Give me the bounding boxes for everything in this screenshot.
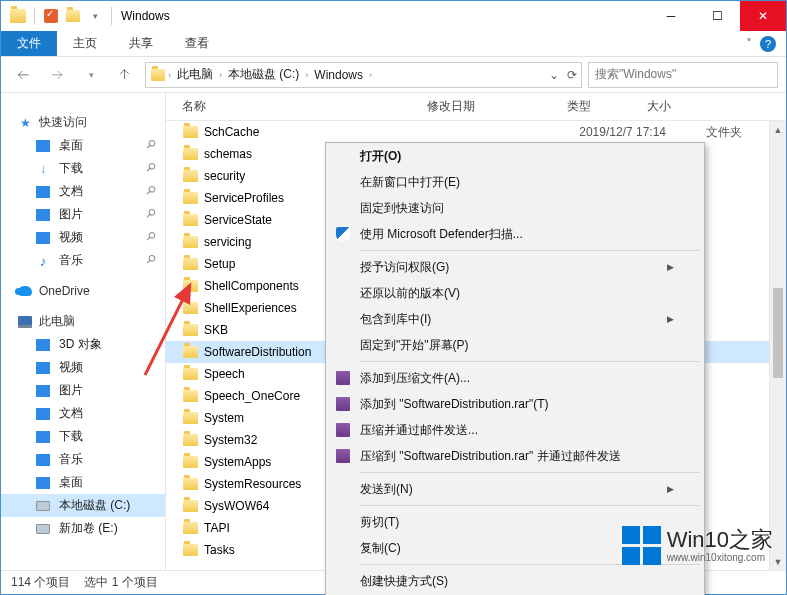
chevron-right-icon: ▶	[667, 484, 674, 494]
onedrive-icon	[17, 283, 33, 299]
sidebar-item[interactable]: 桌面 ⚲	[1, 134, 165, 157]
chevron-right-icon[interactable]: ›	[219, 70, 222, 80]
properties-icon[interactable]	[42, 7, 60, 25]
folder-icon	[182, 190, 198, 206]
selection-count: 选中 1 个项目	[84, 574, 157, 591]
search-input[interactable]: 搜索"Windows"	[588, 62, 778, 88]
menu-item[interactable]: 压缩并通过邮件发送...	[326, 417, 704, 443]
this-pc-header[interactable]: 此电脑	[1, 310, 165, 333]
menu-item[interactable]: 固定到快速访问	[326, 195, 704, 221]
menu-item[interactable]: 还原以前的版本(V)	[326, 280, 704, 306]
chevron-right-icon: ▶	[667, 262, 674, 272]
pic-icon	[35, 207, 51, 223]
tab-home[interactable]: 主页	[57, 31, 113, 56]
minimize-button[interactable]: ─	[648, 1, 694, 31]
col-type[interactable]: 类型	[567, 98, 647, 115]
sidebar-item[interactable]: 音乐	[1, 448, 165, 471]
ribbon-tabs: 文件 主页 共享 查看 ˅ ?	[1, 31, 786, 57]
scroll-thumb[interactable]	[773, 288, 783, 378]
folder-icon	[182, 542, 198, 558]
sidebar-item[interactable]: 视频	[1, 356, 165, 379]
tab-file[interactable]: 文件	[1, 31, 57, 56]
breadcrumb-drive[interactable]: 本地磁盘 (C:)	[224, 64, 303, 85]
menu-item[interactable]: 授予访问权限(G) ▶	[326, 254, 704, 280]
close-button[interactable]: ✕	[740, 1, 786, 31]
doc-icon	[35, 184, 51, 200]
menu-item[interactable]: 固定到"开始"屏幕(P)	[326, 332, 704, 358]
breadcrumb-pc[interactable]: 此电脑	[173, 64, 217, 85]
folder-icon	[35, 383, 51, 399]
item-count: 114 个项目	[11, 574, 70, 591]
menu-item[interactable]: 创建快捷方式(S)	[326, 568, 704, 594]
col-name[interactable]: 名称	[182, 98, 427, 115]
sidebar-item[interactable]: 本地磁盘 (C:)	[1, 494, 165, 517]
up-button[interactable]: 🡡	[111, 61, 139, 89]
menu-separator	[360, 472, 700, 473]
tab-view[interactable]: 查看	[169, 31, 225, 56]
back-button[interactable]: 🡠	[9, 61, 37, 89]
sidebar-item[interactable]: 图片 ⚲	[1, 203, 165, 226]
chevron-right-icon[interactable]: ›	[305, 70, 308, 80]
folder-icon	[182, 278, 198, 294]
desktop-icon	[35, 138, 51, 154]
onedrive-item[interactable]: OneDrive	[1, 280, 165, 302]
quick-access-toolbar: ▾	[1, 7, 115, 25]
address-bar[interactable]: › 此电脑 › 本地磁盘 (C:) › Windows › ⌄ ⟳	[145, 62, 582, 88]
menu-item[interactable]: 包含到库中(I) ▶	[326, 306, 704, 332]
sidebar-item[interactable]: 视频 ⚲	[1, 226, 165, 249]
chevron-right-icon[interactable]: ›	[168, 70, 171, 80]
folder-icon	[182, 234, 198, 250]
file-row[interactable]: SchCache2019/12/7 17:14文件夹	[166, 121, 786, 143]
menu-item[interactable]: 打开(O)	[326, 143, 704, 169]
qat-item-icon[interactable]	[64, 7, 82, 25]
folder-icon	[35, 429, 51, 445]
pin-icon: ⚲	[143, 135, 164, 156]
sidebar-item[interactable]: 文档 ⚲	[1, 180, 165, 203]
breadcrumb-folder[interactable]: Windows	[310, 66, 367, 84]
recent-dropdown[interactable]: ▾	[77, 61, 105, 89]
star-icon: ★	[17, 115, 33, 131]
search-placeholder: 搜索"Windows"	[595, 66, 676, 83]
folder-icon	[35, 337, 51, 353]
refresh-icon[interactable]: ⟳	[567, 68, 577, 82]
menu-item[interactable]: 添加到 "SoftwareDistribution.rar"(T)	[326, 391, 704, 417]
sidebar-item[interactable]: 下载	[1, 425, 165, 448]
chevron-right-icon[interactable]: ›	[369, 70, 372, 80]
sidebar-item[interactable]: 文档	[1, 402, 165, 425]
col-size[interactable]: 大小	[647, 98, 671, 115]
sidebar-item[interactable]: 桌面	[1, 471, 165, 494]
menu-item[interactable]: 发送到(N) ▶	[326, 476, 704, 502]
window-title: Windows	[121, 9, 170, 23]
menu-item[interactable]: 添加到压缩文件(A)...	[326, 365, 704, 391]
menu-item[interactable]: 在新窗口中打开(E)	[326, 169, 704, 195]
sidebar-item[interactable]: 新加卷 (E:)	[1, 517, 165, 540]
forward-button: 🡢	[43, 61, 71, 89]
ribbon-expand-icon[interactable]: ˅	[746, 37, 752, 51]
quick-access-header[interactable]: ★ 快速访问	[1, 111, 165, 134]
folder-icon	[35, 360, 51, 376]
sidebar-item[interactable]: 图片	[1, 379, 165, 402]
pin-icon: ⚲	[143, 204, 164, 225]
sidebar-item[interactable]: ↓ 下载 ⚲	[1, 157, 165, 180]
menu-item[interactable]: 压缩到 "SoftwareDistribution.rar" 并通过邮件发送	[326, 443, 704, 469]
folder-icon	[182, 388, 198, 404]
folder-icon	[182, 366, 198, 382]
menu-item[interactable]: 使用 Microsoft Defender扫描...	[326, 221, 704, 247]
help-icon[interactable]: ?	[760, 36, 776, 52]
maximize-button[interactable]: ☐	[694, 1, 740, 31]
folder-icon	[182, 476, 198, 492]
scrollbar[interactable]: ▲ ▼	[769, 121, 786, 570]
col-date[interactable]: 修改日期	[427, 98, 567, 115]
tab-share[interactable]: 共享	[113, 31, 169, 56]
folder-icon	[35, 452, 51, 468]
nav-pane: ★ 快速访问 桌面 ⚲ ↓ 下载 ⚲ 文档 ⚲ 图片 ⚲ 视频 ⚲ ♪ 音乐	[1, 93, 166, 570]
folder-icon	[35, 406, 51, 422]
sidebar-item[interactable]: ♪ 音乐 ⚲	[1, 249, 165, 272]
pin-icon: ⚲	[143, 227, 164, 248]
archive-icon	[335, 422, 351, 438]
address-dropdown-icon[interactable]: ⌄	[549, 68, 559, 82]
chevron-right-icon: ▶	[667, 314, 674, 324]
chevron-down-icon[interactable]: ▾	[86, 7, 104, 25]
scroll-up-icon[interactable]: ▲	[770, 121, 786, 138]
sidebar-item[interactable]: 3D 对象	[1, 333, 165, 356]
